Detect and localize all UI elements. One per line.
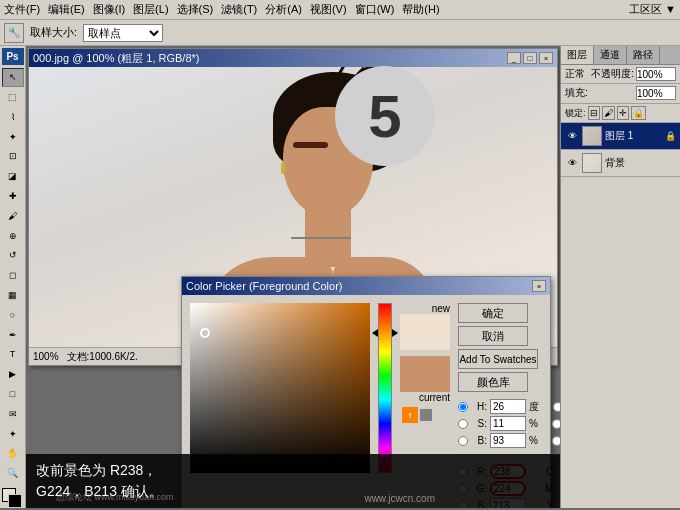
- current-color-swatch: [400, 356, 450, 392]
- restore-button[interactable]: □: [523, 52, 537, 64]
- tool-zoom[interactable]: 🔍: [2, 464, 24, 483]
- tool-dodge[interactable]: ○: [2, 305, 24, 324]
- tool-magic-wand[interactable]: ✦: [2, 127, 24, 146]
- lock-all-icon[interactable]: 🔒: [631, 106, 646, 120]
- h-unit: 度: [529, 400, 539, 414]
- tool-eraser[interactable]: ◻: [2, 266, 24, 285]
- tool-gradient[interactable]: ▦: [2, 286, 24, 305]
- tool-icon-eyedropper[interactable]: 🔧: [4, 23, 24, 43]
- ok-button[interactable]: 确定: [458, 303, 528, 323]
- menu-item-help[interactable]: 帮助(H): [402, 2, 439, 17]
- fg-bg-color[interactable]: [2, 488, 24, 509]
- color-gradient-square[interactable]: [190, 303, 370, 473]
- menu-item-layer[interactable]: 图层(L): [133, 2, 168, 17]
- menu-item-edit[interactable]: 编辑(E): [48, 2, 85, 17]
- tool-lasso[interactable]: ⌇: [2, 107, 24, 126]
- color-square-dark: [190, 303, 370, 473]
- s-input[interactable]: [490, 416, 526, 431]
- lock-label: 锁定:: [565, 107, 586, 120]
- menu-item-filter[interactable]: 滤镜(T): [221, 2, 257, 17]
- tool-notes[interactable]: ✉: [2, 404, 24, 423]
- tab-layers[interactable]: 图层: [561, 46, 594, 64]
- tool-heal[interactable]: ✚: [2, 187, 24, 206]
- tool-marquee[interactable]: ⬚: [2, 88, 24, 107]
- add-to-swatches-button[interactable]: Add To Swatches: [458, 349, 538, 369]
- workspace-label: 工区区 ▼: [629, 2, 676, 17]
- sample-size-label: 取样大小:: [30, 25, 77, 40]
- b-input[interactable]: [490, 433, 526, 448]
- fill-row: 填充:: [565, 86, 676, 100]
- tool-slice[interactable]: ◪: [2, 167, 24, 186]
- tool-path-select[interactable]: ▶: [2, 365, 24, 384]
- sample-size-select[interactable]: 取样点: [83, 24, 163, 42]
- gamut-warning-icon: !: [402, 407, 418, 423]
- new-color-label: new: [400, 303, 450, 314]
- tool-text[interactable]: T: [2, 345, 24, 364]
- s-radio[interactable]: [458, 419, 468, 429]
- menu-item-view[interactable]: 视图(V): [310, 2, 347, 17]
- menu-item-file[interactable]: 文件(F): [4, 2, 40, 17]
- opacity-input[interactable]: [636, 67, 676, 81]
- menu-bar: 文件(F) 编辑(E) 图像(I) 图层(L) 选择(S) 滤镜(T) 分析(A…: [0, 0, 680, 20]
- menu-item-analyze[interactable]: 分析(A): [265, 2, 302, 17]
- current-color-label: current: [400, 392, 450, 403]
- fill-input[interactable]: [636, 86, 676, 100]
- tool-history[interactable]: ↺: [2, 246, 24, 265]
- l-radio[interactable]: [553, 402, 560, 412]
- step-number: 5: [335, 66, 435, 166]
- close-button[interactable]: ×: [539, 52, 553, 64]
- cancel-button[interactable]: 取消: [458, 326, 528, 346]
- color-picker-titlebar: Color Picker (Foreground Color) ×: [182, 277, 550, 295]
- zoom-level: 100%: [33, 351, 59, 362]
- window-controls: _ □ ×: [507, 52, 553, 64]
- hue-arrow-left: [372, 329, 378, 337]
- b-unit: %: [529, 435, 538, 446]
- tab-channels[interactable]: 通道: [594, 46, 627, 64]
- watermark-left: 思综论坛 www.missyuan.com: [56, 491, 174, 504]
- h-input[interactable]: [490, 399, 526, 414]
- tab-paths[interactable]: 路径: [627, 46, 660, 64]
- a-radio[interactable]: [552, 419, 560, 429]
- color-square-inner: [190, 303, 370, 473]
- lock-brush-icon[interactable]: 🖌: [602, 106, 615, 120]
- eye-icon-bg[interactable]: 👁: [565, 156, 579, 170]
- lock-move-icon[interactable]: ✛: [617, 106, 629, 120]
- layer-item-bg[interactable]: 👁 背景: [561, 150, 680, 177]
- tool-crop[interactable]: ⊡: [2, 147, 24, 166]
- s-field-row: S: % a:: [458, 416, 560, 431]
- minimize-button[interactable]: _: [507, 52, 521, 64]
- layer-name-bg: 背景: [605, 156, 625, 170]
- color-library-button[interactable]: 颜色库: [458, 372, 528, 392]
- h-field-row: H: 度 L:: [458, 399, 560, 414]
- eye-icon-1[interactable]: 👁: [565, 129, 579, 143]
- color-picker-close[interactable]: ×: [532, 280, 546, 292]
- toolbox: Ps ↖ ⬚ ⌇ ✦ ⊡ ◪ ✚ 🖌 ⊕ ↺ ◻ ▦ ○ ✒ T ▶ □ ✉ ✦…: [0, 46, 26, 508]
- b2-radio[interactable]: [552, 436, 560, 446]
- hue-slider-container[interactable]: [378, 303, 392, 473]
- tool-pen[interactable]: ✒: [2, 325, 24, 344]
- tool-brush[interactable]: 🖌: [2, 206, 24, 225]
- toolbar: 🔧 取样大小: 取样点: [0, 20, 680, 46]
- tool-hand[interactable]: ✋: [2, 444, 24, 463]
- image-title: 000.jpg @ 100% (粗层 1, RGB/8*): [33, 51, 199, 66]
- lock-icons: 锁定: ⊟ 🖌 ✛ 🔒: [561, 104, 680, 123]
- layer-item-1[interactable]: 👁 图层 1 🔒: [561, 123, 680, 150]
- color-square-cursor: [200, 328, 210, 338]
- menu-item-window[interactable]: 窗口(W): [355, 2, 395, 17]
- hue-slider: [378, 303, 392, 473]
- b-radio[interactable]: [458, 436, 468, 446]
- tool-stamp[interactable]: ⊕: [2, 226, 24, 245]
- lock-icon-layer1: 🔒: [665, 131, 676, 141]
- fill-label: 填充:: [565, 86, 588, 100]
- new-color-swatch: [400, 314, 450, 350]
- menu-item-image[interactable]: 图像(I): [93, 2, 125, 17]
- h-radio[interactable]: [458, 402, 468, 412]
- file-info: 文档:1000.6K/2.: [67, 350, 138, 364]
- tool-move[interactable]: ↖: [2, 68, 24, 87]
- tool-shape[interactable]: □: [2, 385, 24, 404]
- hsb-fields: H: 度 L: S: %: [458, 399, 560, 448]
- tool-eyedropper[interactable]: ✦: [2, 424, 24, 443]
- lock-transparent-icon[interactable]: ⊟: [588, 106, 600, 120]
- menu-item-select[interactable]: 选择(S): [177, 2, 214, 17]
- s-unit: %: [529, 418, 538, 429]
